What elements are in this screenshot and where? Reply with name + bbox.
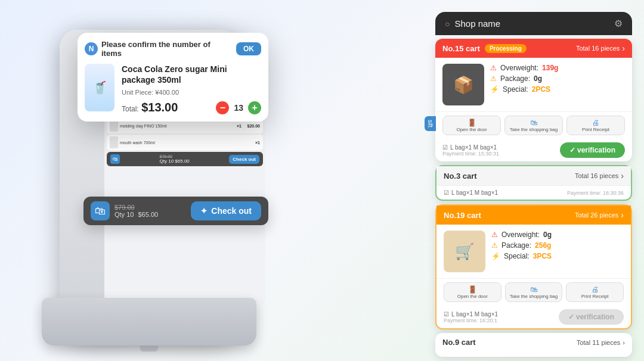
cart-9-header-row: No.9 cart Total 11 pieces › — [435, 333, 632, 351]
take-bag-19-button[interactable]: 🛍 Take the shopping bag — [505, 282, 563, 302]
overweight-19-icon: ⚠ — [491, 231, 498, 239]
print-icon: 🖨 — [568, 119, 623, 127]
item-qty-3: ×1 — [252, 141, 260, 145]
open-door-button[interactable]: 🚪 Open the door — [442, 116, 501, 135]
overweight-icon: ⚠ — [490, 64, 497, 72]
cart-15-bag-info: ☑ L bag×1 M bag×1 Payment time: 15:30:31 — [442, 144, 499, 157]
cart-9-number: No.9 cart — [442, 338, 476, 347]
package-19-icon: ⚠ — [491, 241, 498, 250]
confirm-dialog: N Please confirm the number of items OK … — [78, 33, 268, 122]
overweight-value: 139g — [542, 64, 558, 72]
checkout-bag-icon: 🛍 — [91, 201, 110, 220]
print-19-icon: 🖨 — [568, 285, 622, 294]
qty-minus-button[interactable]: − — [216, 101, 229, 114]
cart-15-actions: 🚪 Open the door 🛍 Take the shopping bag … — [435, 111, 632, 139]
cart-15-thumbnail: 📦 — [442, 64, 484, 105]
qty-control: − 13 + — [216, 101, 261, 114]
right-panel: ○ Shop name ⚙ No.15 cart Processing Tota… — [435, 12, 632, 357]
package-19-label: Package: — [501, 241, 531, 250]
confirm-dialog-header: N Please confirm the number of items OK — [85, 40, 261, 58]
cart-15-details: ⚠ Overweight: 139g ⚠ Package: 0g ⚡ Speci… — [490, 64, 625, 105]
qty-plus-button[interactable]: + — [248, 101, 261, 114]
package-icon: ⚠ — [490, 74, 497, 83]
cart-15-body: 📦 ⚠ Overweight: 139g ⚠ Package: 0g ⚡ Spe… — [435, 58, 632, 111]
confirm-product: 🥤 Coca Cola Zero sugar Mini package 350m… — [85, 64, 261, 114]
confirm-title: Please confirm the number of items — [101, 40, 233, 58]
print-receipt-19-button[interactable]: 🖨 Print Receipt — [566, 282, 624, 302]
checkout-info: $79.00 Qty 10 $65.00 — [110, 204, 191, 218]
overweight-row-19: ⚠ Overweight: 0g — [491, 231, 624, 239]
cart-item-3: mouth wash 700ml ×1 — [107, 135, 263, 150]
search-icon[interactable]: ○ — [445, 19, 450, 29]
special-value: 2PCS — [532, 85, 550, 94]
special-19-icon: ⚡ — [491, 252, 500, 260]
shop-header: ○ Shop name ⚙ — [435, 12, 632, 35]
verification-button-19: ✓ verification — [559, 309, 624, 325]
door-icon: 🚪 — [444, 119, 499, 127]
overweight-row: ⚠ Overweight: 139g — [490, 64, 625, 72]
overweight-19-value: 0g — [543, 231, 552, 239]
bag-action-icon: 🛍 — [506, 119, 561, 127]
cart-card-3: No.3 cart Total 16 pieces › ☑ L bag×1 M … — [435, 165, 632, 201]
kiosk-base — [42, 298, 256, 346]
cart-19-body: 🛒 ⚠ Overweight: 0g ⚠ Package: 256g ⚡ Spe… — [436, 225, 631, 278]
special-19-label: Special: — [504, 252, 530, 260]
item-img-3 — [110, 136, 118, 148]
cart-9-total-pieces: Total 11 pieces › — [577, 339, 625, 346]
cart-19-bag-footer: ☑ L bag×1 M bag×1 Payment time: 16:20:1 — [444, 311, 498, 323]
cart-15-number: No.15 cart — [442, 44, 480, 53]
payment-time-15: Payment time: 15:30:31 — [442, 151, 499, 157]
cart-footer-total: $79.00 Qty 10 $65.00 — [160, 154, 190, 164]
payment-time-19: Payment time: 16:20:1 — [444, 318, 498, 323]
overweight-label: Overweight: — [500, 64, 538, 72]
confirm-ok-button[interactable]: OK — [236, 42, 261, 55]
print-receipt-button[interactable]: 🖨 Print Receipt — [566, 116, 625, 135]
product-image: 🥤 — [85, 64, 114, 111]
special-row: ⚡ Special: 2PCS — [490, 85, 625, 94]
bag-info-19: ☑ L bag×1 M bag×1 — [444, 311, 498, 318]
chevron-right-icon: › — [622, 43, 625, 53]
special-icon: ⚡ — [490, 85, 499, 94]
special-19-value: 3PCS — [533, 252, 552, 260]
item-name-3: mouth wash 700ml — [120, 141, 250, 145]
special-label: Special: — [503, 85, 528, 94]
gear-icon[interactable]: ⚙ — [614, 18, 623, 29]
shop-name: Shop name — [454, 18, 500, 29]
cart-19-total-pieces: Total 26 pieces › — [575, 210, 624, 220]
cart-3-number: No.3 cart — [444, 172, 477, 181]
chevron-right-19-icon: › — [621, 210, 624, 220]
cart-3-body: ☑ L bag×1 M bag×1 Payment time: 16:30:36 — [436, 186, 631, 200]
chevron-right-9-icon: › — [623, 339, 625, 346]
checkout-orig-price: $79.00 — [114, 204, 191, 211]
large-checkout-bar: 🛍 $79.00 Qty 10 $65.00 ✦ Check out — [83, 197, 268, 225]
item-name-2: molding clay FINO 150ml — [120, 124, 231, 128]
item-price-2: $20.00 — [243, 124, 260, 128]
total-value: $13.00 — [141, 101, 178, 114]
cart-19-actions: 🚪 Open the door 🛍 Take the shopping bag … — [436, 278, 631, 306]
cart-15-total-pieces: Total 16 pieces › — [576, 43, 625, 53]
cart-card-9: No.9 cart Total 11 pieces › — [435, 333, 632, 357]
bag-19-icon: 🛍 — [507, 285, 561, 294]
sift-button[interactable]: sift — [425, 116, 436, 131]
checkout-label: Check out — [211, 206, 252, 216]
cart-15-footer: ☑ L bag×1 M bag×1 Payment time: 15:30:31… — [435, 139, 632, 161]
shop-search: ○ Shop name — [445, 18, 500, 29]
orig-price: $79.00 — [160, 154, 190, 158]
package-row-19: ⚠ Package: 256g — [491, 241, 624, 250]
take-bag-button[interactable]: 🛍 Take the shopping bag — [504, 116, 563, 135]
open-door-19-button[interactable]: 🚪 Open the door — [444, 282, 501, 302]
processing-badge: Processing — [485, 44, 527, 53]
package-value: 0g — [534, 74, 542, 83]
large-checkout-button[interactable]: ✦ Check out — [191, 201, 261, 220]
cart-19-details: ⚠ Overweight: 0g ⚠ Package: 256g ⚡ Speci… — [491, 231, 624, 272]
verification-button-15[interactable]: ✓ verification — [560, 142, 625, 158]
cart-3-bag-info: ☑ L bag×1 M bag×1 — [444, 189, 498, 196]
qty-number: 13 — [234, 103, 243, 113]
cart-footer-qty-total: Qty 10 $65.00 — [160, 158, 190, 164]
checkout-btn-small[interactable]: Check out — [229, 155, 259, 164]
package-19-value: 256g — [535, 241, 551, 250]
bag-info-text: ☑ L bag×1 M bag×1 — [442, 144, 499, 151]
cart-15-header: No.15 cart Processing Total 16 pieces › — [435, 39, 632, 58]
unit-price: Unit Piece: ¥400.00 — [122, 89, 261, 96]
package-label: Package: — [500, 74, 530, 83]
